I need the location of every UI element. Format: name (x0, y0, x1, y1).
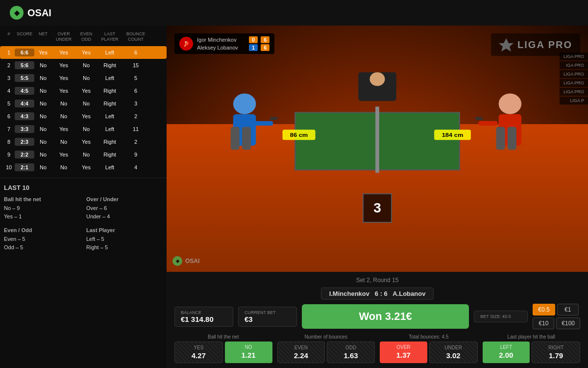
odds-label: LEFT (485, 344, 528, 350)
liga-banner-4: LIGA PRO (560, 79, 588, 87)
row-lp: Left (97, 126, 122, 132)
table-row[interactable]: 8 2:3 No No Yes Right 2 (0, 135, 167, 148)
row-num: 5 (4, 101, 14, 106)
table-row[interactable]: 1 6:6 Yes Yes Yes Left 6 (0, 46, 167, 59)
logo-icon: ◈ (10, 6, 24, 20)
row-lp: Right (97, 152, 122, 158)
player1-name: Igor Minchenkov (197, 37, 246, 43)
row-lp: Left (97, 113, 122, 119)
court: 3 (167, 26, 588, 272)
svg-rect-12 (508, 127, 516, 150)
odds-btn-left[interactable]: LEFT2.00 (483, 342, 530, 363)
table-row[interactable]: 10 2:1 No No Yes Left 4 (0, 161, 167, 174)
row-eo: No (76, 101, 96, 106)
set-score-p1: 0 (249, 36, 258, 43)
last10-even-odd-label: Even / Odd (4, 227, 80, 233)
odds-btn-right[interactable]: RIGHT1.79 (532, 342, 580, 363)
player2-name: Aleksey Lobanov (197, 45, 246, 51)
row-lp: Left (97, 50, 122, 55)
table-row[interactable]: 7 3:3 No Yes No Left 11 (0, 123, 167, 135)
bet-chips-row1: €0.5 €1 (533, 304, 580, 315)
odds-value: 1.37 (382, 351, 425, 359)
table-row[interactable]: 4 4:5 No Yes Yes Right 6 (0, 84, 167, 97)
row-bounce: 9 (123, 152, 148, 158)
last10-ball-net-yes: Yes – 1 (4, 212, 80, 221)
set-score-p2: 1 (249, 44, 258, 51)
row-bounce: 3 (123, 101, 148, 106)
video-area: 3 (167, 26, 588, 272)
row-ou: Yes (52, 50, 75, 55)
row-bounce: 4 (123, 164, 148, 170)
chip-1[interactable]: €1 (557, 304, 579, 315)
chip-10[interactable]: €10 (533, 317, 554, 329)
odds-label: OVER (382, 344, 425, 350)
table-rows: 1 6:6 Yes Yes Yes Left 6 2 5:6 No Yes No… (0, 46, 167, 174)
last10-section: LAST 10 Ball hit the net No – 9 Yes – 1 … (0, 178, 167, 256)
odds-btn-over[interactable]: OVER1.37 (380, 342, 427, 363)
svg-text:86 cm: 86 cm (290, 132, 308, 138)
score-middle: 6 : 6 (375, 290, 388, 297)
odds-buttons: EVEN2.24ODD1.63 (277, 342, 375, 363)
row-eo: No (76, 75, 96, 81)
liga-banners: LIGA PRO IGA PRO LIGA PRO LIGA PRO LIGA … (560, 53, 588, 105)
row-bounce: 11 (123, 126, 148, 132)
bet-options: €0.5 €1 €10 €100 (533, 304, 580, 329)
balance-label: BALANCE (181, 310, 227, 315)
table-row[interactable]: 3 5:5 No Yes No Left 5 (0, 72, 167, 84)
row-net: No (35, 88, 51, 94)
svg-text:184 cm: 184 cm (442, 132, 464, 138)
row-lp: Right (97, 62, 122, 68)
row-score: 3:3 (15, 125, 34, 133)
logo: ◈ OSAI (10, 6, 51, 20)
col-last-player: LAST PLAYER (97, 31, 122, 42)
col-over-under: OVER UNDER (52, 31, 75, 42)
won-button[interactable]: Won 3.21€ (302, 304, 469, 329)
balance-value: €1 314.80 (181, 315, 227, 323)
odds-btn-under[interactable]: UNDER3.02 (429, 342, 478, 363)
liga-banner-5: LIGA PRO (560, 88, 588, 96)
row-num: 9 (4, 152, 14, 158)
table-row[interactable]: 9 2:2 No Yes No Right 9 (0, 148, 167, 161)
chip-100[interactable]: €100 (556, 317, 580, 329)
odds-btn-even[interactable]: EVEN2.24 (277, 342, 325, 363)
chip-0.5[interactable]: €0.5 (533, 304, 555, 315)
row-lp: Right (97, 88, 122, 94)
score-row-p2: Aleksey Lobanov 1 6 (197, 44, 270, 51)
score-display-row: I.Minchenkov 6 : 6 A.Lobanov (174, 288, 580, 300)
last10-under: Under – 4 (86, 212, 163, 221)
row-bounce: 6 (123, 50, 148, 55)
table-row[interactable]: 5 4:4 No No No Right 3 (0, 97, 167, 110)
balance-box: BALANCE €1 314.80 (174, 307, 233, 327)
odds-label: UNDER (432, 345, 475, 350)
row-bounce: 6 (123, 88, 148, 94)
odds-label: ODD (329, 345, 372, 350)
row-ou: No (52, 139, 75, 145)
odds-btn-odd[interactable]: ODD1.63 (327, 342, 375, 363)
table-row[interactable]: 2 5:6 No Yes No Right 15 (0, 59, 167, 72)
row-net: No (35, 101, 51, 106)
row-eo: Yes (76, 139, 96, 145)
table-row[interactable]: 6 4:3 No No Yes Left 2 (0, 110, 167, 123)
score-display: I.Minchenkov 6 : 6 A.Lobanov (321, 288, 434, 300)
row-lp: Right (97, 101, 122, 106)
svg-rect-5 (231, 127, 240, 150)
row-ou: Yes (52, 62, 75, 68)
bet-chips-row2: €10 €100 (533, 317, 580, 329)
last10-over: Over – 6 (86, 204, 163, 213)
odds-section: Number of bouncesEVEN2.24ODD1.63 (277, 334, 375, 363)
col-score: SCORE (15, 31, 34, 42)
row-lp: Left (97, 164, 122, 170)
row-score: 4:5 (15, 87, 34, 95)
odds-btn-yes[interactable]: YES4.27 (174, 342, 223, 363)
last10-even-odd: Even / Odd Even – 5 Odd – 5 (4, 227, 80, 252)
odds-section: Ball hit the netYES4.27NO1.21 (174, 334, 272, 363)
row-num: 2 (4, 62, 14, 68)
last10-odd: Odd – 5 (4, 243, 80, 252)
row-ou: Yes (52, 75, 75, 81)
table-header: # SCORE NET OVER UNDER EVEN ODD LAST PLA… (0, 29, 167, 44)
last10-last-player: Last Player Left – 5 Right – 5 (86, 227, 163, 252)
odds-btn-no[interactable]: NO1.21 (225, 342, 272, 363)
odds-label: YES (177, 345, 220, 350)
svg-rect-8 (270, 117, 277, 120)
row-num: 7 (4, 126, 14, 132)
